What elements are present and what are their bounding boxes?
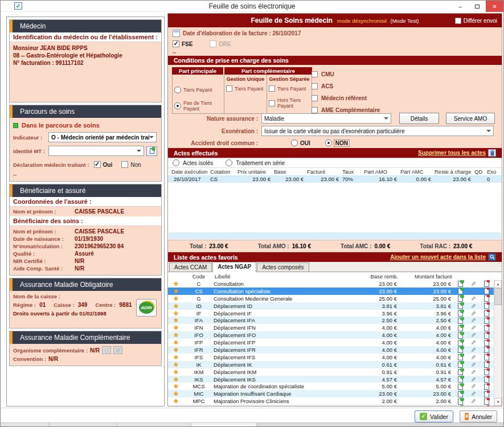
edit-icon[interactable]: ✎ [470, 303, 477, 309]
nature-assurance-select[interactable]: Maladie [261, 113, 391, 124]
pp-pas-tiers-payant-radio[interactable] [174, 102, 181, 109]
edit-icon[interactable]: ✎ [470, 281, 477, 286]
add-act-icon[interactable] [458, 303, 463, 309]
edit-icon[interactable]: ✎ [470, 376, 477, 381]
maximize-button[interactable] [469, 1, 486, 12]
delete-act-icon[interactable] [484, 369, 489, 375]
details-button[interactable]: Détails [399, 113, 439, 124]
cmu-checkbox[interactable] [312, 71, 318, 77]
accident-oui-radio[interactable] [291, 139, 298, 146]
delete-act-icon[interactable] [484, 318, 489, 324]
edit-icon[interactable]: ✎ [470, 347, 477, 352]
search-act-button[interactable] [488, 253, 496, 261]
tab-actes-ccam[interactable]: Actes CCAM [169, 262, 212, 272]
edit-icon[interactable]: ✎ [470, 355, 477, 360]
edit-icon[interactable]: ✎ [470, 391, 477, 396]
list-item[interactable]: ★ IFO Déplacement IFO 4.00 € 4.00 € ✎ [168, 331, 502, 339]
edit-icon[interactable]: ✎ [470, 318, 477, 323]
gs-tiers-payant-checkbox[interactable] [269, 85, 275, 92]
differer-envoi-checkbox[interactable] [455, 18, 461, 24]
add-act-icon[interactable] [458, 340, 463, 346]
list-item[interactable]: ★ IFR Déplacement IFR 4.00 € 4.00 € ✎ [168, 346, 502, 354]
star-icon[interactable]: ★ [173, 369, 179, 375]
acte-row[interactable]: 26/10/2017 CS 23.00 € 23.00 € 23.00 € 70… [168, 175, 502, 183]
star-icon[interactable]: ★ [173, 288, 179, 294]
star-icon[interactable]: ★ [173, 332, 179, 338]
delete-act-icon[interactable] [484, 391, 489, 397]
edit-icon[interactable]: ✎ [470, 399, 477, 404]
identite-mt-select[interactable] [48, 146, 144, 156]
organisme-detail-button[interactable] [113, 346, 122, 354]
gs-hors-tiers-payant-checkbox[interactable] [269, 100, 275, 106]
star-icon[interactable]: ★ [173, 354, 179, 360]
delete-act-icon[interactable] [484, 281, 489, 287]
accident-non-radio[interactable] [325, 139, 332, 146]
valider-button[interactable]: ✓ Valider [415, 410, 453, 422]
supprimer-actes-link[interactable]: Supprimer tous les actes [418, 150, 486, 156]
delete-act-icon[interactable] [484, 362, 489, 368]
delete-all-button[interactable] [488, 149, 496, 157]
tab-actes-ngap[interactable]: Actes NGAP [212, 262, 256, 272]
star-icon[interactable]: ★ [173, 347, 179, 353]
star-icon[interactable]: ★ [173, 281, 179, 287]
edit-icon[interactable]: ✎ [470, 289, 477, 294]
star-icon[interactable]: ★ [173, 376, 179, 383]
adri-button[interactable]: ADRi [136, 299, 157, 317]
add-act-icon[interactable] [458, 354, 463, 360]
add-act-icon[interactable] [458, 288, 463, 294]
edit-icon[interactable]: ✎ [470, 310, 477, 315]
star-icon[interactable]: ★ [173, 325, 179, 331]
identite-mt-add-button[interactable] [146, 146, 157, 156]
list-item[interactable]: ★ ID Déplacement ID 3.81 € 3.81 € ✎ [168, 302, 502, 310]
list-item[interactable]: ★ IKM Déplacement IKM 0.91 € 0.91 € ✎ [168, 368, 502, 376]
acs-checkbox[interactable] [312, 83, 318, 89]
declaration-oui-checkbox[interactable] [94, 161, 101, 168]
add-act-icon[interactable] [458, 281, 463, 287]
ajouter-acte-link[interactable]: Ajouter un nouvel acte dans la liste [390, 254, 486, 260]
minimize-button[interactable]: – [452, 1, 469, 12]
delete-act-icon[interactable] [484, 332, 489, 339]
edit-icon[interactable]: ✎ [470, 369, 477, 375]
annuler-button[interactable]: ✕ Annuler [460, 410, 497, 422]
add-act-icon[interactable] [458, 295, 463, 302]
delete-act-icon[interactable] [484, 347, 489, 353]
star-icon[interactable]: ★ [173, 391, 179, 397]
scrollbar-thumb[interactable] [494, 288, 502, 305]
add-act-icon[interactable] [458, 384, 463, 390]
list-item[interactable]: ★ IFN Déplacement IFN 4.00 € 4.00 € ✎ [168, 324, 502, 331]
list-item[interactable]: ★ IFS Déplacement IFS 4.00 € 4.00 € ✎ [168, 354, 502, 361]
star-icon[interactable]: ★ [173, 310, 179, 317]
traitement-serie-radio[interactable] [226, 159, 232, 166]
list-item[interactable]: ★ IKS Déplacement IKS 4.57 € 4.57 € ✎ [168, 376, 502, 383]
star-icon[interactable]: ★ [173, 295, 179, 302]
delete-act-icon[interactable] [484, 303, 489, 309]
star-icon[interactable]: ★ [173, 339, 179, 346]
delete-act-icon[interactable] [484, 376, 489, 383]
scroll-up-icon[interactable]: ▲ [494, 280, 502, 288]
dre-checkbox[interactable] [210, 40, 216, 47]
fse-checkbox[interactable] [173, 40, 179, 47]
delete-act-icon[interactable] [484, 354, 489, 360]
list-item[interactable]: ★ MPC Majoration Provisoire Cliniciens 2… [168, 397, 502, 405]
delete-act-icon[interactable] [484, 310, 489, 317]
organisme-search-button[interactable] [102, 346, 111, 354]
list-item[interactable]: ★ IK Déplacement IK 0.61 € 0.61 € ✎ [168, 361, 502, 368]
list-item[interactable]: ★ MTA Majoration 2.00 € 2.00 € ✎ [168, 405, 502, 406]
add-act-icon[interactable] [458, 399, 463, 405]
gu-tiers-payant-checkbox[interactable] [226, 85, 232, 92]
list-item[interactable]: ★ CS Consultation spécialiste 23.00 € 23… [168, 288, 502, 295]
list-item[interactable]: ★ C Consultation 23.00 € 23.00 € ✎ [168, 280, 502, 288]
delete-act-icon[interactable] [484, 340, 489, 346]
list-item[interactable]: ★ MIC Majoration Insuffisant Cardiaque 2… [168, 390, 502, 397]
add-act-icon[interactable] [458, 369, 463, 375]
star-icon[interactable]: ★ [173, 383, 179, 389]
pp-tiers-payant-radio[interactable] [174, 87, 181, 93]
delete-act-icon[interactable] [484, 295, 489, 302]
add-act-icon[interactable] [458, 318, 463, 324]
declaration-non-checkbox[interactable] [121, 161, 128, 168]
delete-act-icon[interactable] [484, 288, 489, 294]
edit-icon[interactable]: ✎ [470, 340, 477, 345]
edit-icon[interactable]: ✎ [470, 362, 477, 367]
list-item[interactable]: ★ G Consultation Medecine Generale 25.00… [168, 295, 502, 302]
delete-act-icon[interactable] [484, 384, 489, 390]
